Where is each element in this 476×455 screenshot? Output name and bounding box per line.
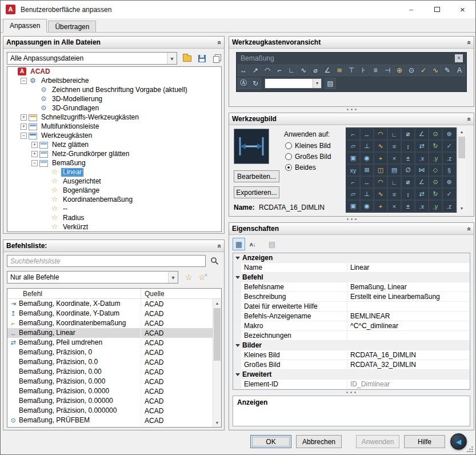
palette-icon[interactable]: ⊞ xyxy=(360,164,374,176)
info-arrow-button[interactable] xyxy=(450,433,467,450)
command-row-bemaßung-koordinate-y-datum[interactable]: ↥Bemaßung, Koordinate, Y-DatumACAD xyxy=(7,309,213,318)
palette-icon[interactable]: ◇ xyxy=(429,164,442,176)
palette-icon[interactable]: ∟ xyxy=(387,128,401,140)
command-row-bemaßung-koordinatenbemaßung[interactable]: ⌐Bemaßung, KoordinatenbemaßungACAD xyxy=(7,318,213,328)
command-row-bemaßung-präzision-0-0[interactable]: Bemaßung, Präzision, 0.0ACAD xyxy=(7,357,213,367)
alphabetical-button[interactable] xyxy=(246,238,259,250)
palette-icon[interactable]: × xyxy=(387,152,401,164)
dim-radius-icon[interactable]: ∟ xyxy=(286,65,297,76)
dim-diameter-icon[interactable]: ⌀ xyxy=(310,65,321,76)
dim-arc-length-icon[interactable]: ◠ xyxy=(262,65,273,76)
dim-aligned-icon[interactable]: ↗ xyxy=(250,65,261,76)
dim-break-icon[interactable]: ⊣ xyxy=(382,65,393,76)
palette-icon[interactable]: ✓ xyxy=(442,188,456,200)
palette-icon[interactable]: ▤ xyxy=(387,164,401,176)
dim-angular-icon[interactable]: ∠ xyxy=(322,65,333,76)
tab-anpassen[interactable]: Anpassen xyxy=(3,19,47,33)
palette-icon[interactable]: ⊕ xyxy=(442,176,456,188)
palette-icon[interactable]: ∠ xyxy=(415,176,429,188)
palette-icon[interactable]: ▣ xyxy=(346,200,360,212)
command-row-bemaßung-präzision-0-000[interactable]: Bemaßung, Präzision, 0.000ACAD xyxy=(7,377,213,386)
scroll-thumb[interactable] xyxy=(214,308,221,361)
palette-icon[interactable]: ↔ xyxy=(360,128,374,140)
find-command-button[interactable] xyxy=(182,271,195,284)
tree-item-zeichnen-und-beschriftung-vorgabe-aktuell[interactable]: Zeichnen und Beschriftung Vorgabe (aktue… xyxy=(7,85,221,94)
dim-tolerance-icon[interactable]: ⊕ xyxy=(394,65,405,76)
palette-icon[interactable]: ⇄ xyxy=(415,188,429,200)
scroll-down-icon[interactable] xyxy=(213,418,221,427)
palette-icon[interactable]: .x xyxy=(415,152,429,164)
palette-icon[interactable]: ↔ xyxy=(360,176,374,188)
palette-icon[interactable]: ∅ xyxy=(401,164,415,176)
palette-icon[interactable]: ⌐ xyxy=(346,176,360,188)
palette-icon[interactable]: .z xyxy=(442,200,456,212)
palette-icon[interactable]: ⋈ xyxy=(415,164,429,176)
radio-kleines-bild[interactable]: Kleines Bild xyxy=(285,142,331,149)
collapse-chevron-icon[interactable] xyxy=(465,41,473,44)
palette-icon[interactable]: ↻ xyxy=(429,188,442,200)
dim-jogged-icon[interactable]: ∿ xyxy=(298,65,309,76)
property-row-name[interactable]: NameLinear xyxy=(233,263,470,273)
splitter-handle[interactable] xyxy=(347,218,357,220)
palette-icon[interactable]: ◉ xyxy=(360,152,374,164)
palette-icon[interactable]: ⌀ xyxy=(401,128,415,140)
cancel-button[interactable]: Abbrechen xyxy=(296,435,342,448)
dim-quick-icon[interactable]: ≋ xyxy=(334,65,345,76)
column-header-source[interactable]: Quelle xyxy=(141,290,221,298)
command-row-bemaßung-präzision-0-000000[interactable]: Bemaßung, Präzision, 0.000000ACAD xyxy=(7,406,213,416)
palette-icon[interactable]: ▱ xyxy=(346,188,360,200)
tree-item-netz-grundkörper-glätten[interactable]: +Netz-Grundkörper glätten xyxy=(7,149,221,158)
tree-item-bemaßung[interactable]: −Bemaßung xyxy=(7,158,221,167)
tree-item-3d-grundlagen[interactable]: 3D-Grundlagen xyxy=(7,103,221,113)
tab-übertragen[interactable]: Übertragen xyxy=(48,21,96,32)
dim-center-mark-icon[interactable]: ⊙ xyxy=(406,65,417,76)
maximize-button[interactable] xyxy=(424,1,450,18)
command-row-bemaßung-präzision-0-00000[interactable]: Bemaßung, Präzision, 0.00000ACAD xyxy=(7,396,213,406)
palette-icon[interactable]: .z xyxy=(442,152,456,164)
palette-icon[interactable]: ∿ xyxy=(374,140,387,152)
tree-item-durchmesser[interactable]: Durchmesser xyxy=(7,232,221,232)
palette-icon[interactable]: ⊥ xyxy=(360,140,374,152)
dim-ordinate-icon[interactable]: ⌐ xyxy=(274,65,285,76)
palette-icon[interactable]: ∿ xyxy=(374,188,387,200)
export-image-button[interactable]: Exportieren... xyxy=(234,186,279,198)
tree-item-ausgerichtet[interactable]: Ausgerichtet xyxy=(7,177,221,186)
palette-icon[interactable]: ↻ xyxy=(429,140,442,152)
palette-icon[interactable]: ∟ xyxy=(387,176,401,188)
property-category-befehl[interactable]: Befehl xyxy=(233,273,470,282)
tree-item-koordinatenbemaßung[interactable]: Koordinatenbemaßung xyxy=(7,195,221,204)
ok-button[interactable]: OK xyxy=(250,435,291,448)
scroll-down-icon[interactable] xyxy=(458,204,466,213)
palette-icon[interactable]: + xyxy=(374,200,387,212)
palette-icon[interactable]: ↕ xyxy=(401,188,415,200)
property-row-makro[interactable]: Makro^C^C_dimlinear xyxy=(233,321,470,331)
column-header-command[interactable]: Befehl xyxy=(7,289,141,298)
command-row-bemaßung-linear[interactable]: ↔Bemaßung, LinearACAD xyxy=(7,328,213,338)
property-row-element-id[interactable]: Element-IDID_Dimlinear xyxy=(233,380,470,389)
palette-icon[interactable]: .x xyxy=(415,200,429,212)
palette-icon[interactable]: ⊥ xyxy=(360,188,374,200)
dim-jog-line-icon[interactable]: ∿ xyxy=(430,65,441,76)
tree-item-linear[interactable]: Linear xyxy=(7,167,221,177)
new-command-button[interactable] xyxy=(197,271,211,284)
property-row-großes-bild[interactable]: Großes BildRCDATA_32_DIMLIN xyxy=(233,360,470,370)
palette-icon[interactable]: ↕ xyxy=(401,140,415,152)
property-row-befehlsname[interactable]: BefehlsnameBemaßung, Linear xyxy=(233,282,470,292)
radio-beides[interactable]: Beides xyxy=(285,163,331,171)
search-button[interactable] xyxy=(207,254,221,267)
command-row-bemaßung-präzision-0-00[interactable]: Bemaßung, Präzision, 0.00ACAD xyxy=(7,367,213,377)
palette-icon[interactable]: ◫ xyxy=(374,164,387,176)
tree-item-item[interactable]: -- xyxy=(7,204,221,213)
command-row-bemaßung-präzision-0-0000[interactable]: Bemaßung, Präzision, 0.0000ACAD xyxy=(7,386,213,396)
palette-icon[interactable]: ⊕ xyxy=(442,128,456,140)
load-customization-button[interactable] xyxy=(180,52,194,65)
dim-text-angle-icon[interactable]: Ⓐ xyxy=(238,78,249,89)
tree-item-arbeitsbereiche[interactable]: −Arbeitsbereiche xyxy=(7,76,221,85)
palette-scrollbar[interactable] xyxy=(457,127,466,213)
palette-icon[interactable]: xy xyxy=(346,164,360,176)
dim-style-combobox[interactable] xyxy=(265,78,322,89)
tree-item-radius[interactable]: Radius xyxy=(7,213,221,222)
palette-icon[interactable]: ± xyxy=(401,152,415,164)
palette-icon[interactable]: ▣ xyxy=(346,152,360,164)
dim-inspection-icon[interactable]: ✓ xyxy=(418,65,429,76)
